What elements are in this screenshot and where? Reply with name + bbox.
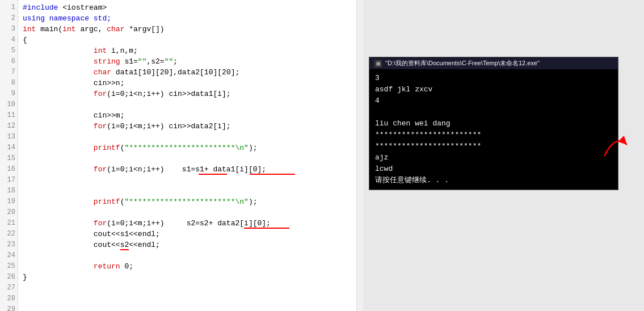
code-line-12: for(i=0;i<m;i++) cin>>data2[i]; bbox=[23, 121, 352, 132]
terminal-line-3: 4 bbox=[375, 95, 612, 107]
right-panel: ▣ "D:\我的资料库\Documents\C-Free\Temp\未命名12.… bbox=[363, 0, 644, 311]
terminal-line-8: ajz bbox=[375, 152, 612, 163]
code-line-9: for(i=0;i<n;i++) cin>>data1[i]; bbox=[23, 89, 352, 99]
code-line-24 bbox=[23, 250, 352, 261]
code-line-11: cin>>m; bbox=[23, 110, 352, 121]
code-content[interactable]: #include <iostream> using namespace std;… bbox=[18, 0, 356, 311]
code-line-10 bbox=[23, 99, 352, 110]
code-editor: 1 2 3 4 5 6 7 8 9 10 11 12 13 14 15 16 1… bbox=[0, 0, 363, 311]
terminal-line-4 bbox=[375, 107, 612, 118]
code-line-19: printf("************************\n"); bbox=[23, 196, 352, 207]
terminal-titlebar: ▣ "D:\我的资料库\Documents\C-Free\Temp\未命名12.… bbox=[369, 57, 618, 69]
editor-scrollbar[interactable] bbox=[356, 0, 363, 311]
terminal-line-10: 请按任意键继续. . . bbox=[375, 175, 612, 186]
terminal-line-7: ************************ bbox=[375, 141, 612, 152]
code-line-6: string s1="",s2=""; bbox=[23, 56, 352, 67]
code-line-13 bbox=[23, 132, 352, 142]
terminal-title: "D:\我的资料库\Documents\C-Free\Temp\未命名12.ex… bbox=[385, 59, 540, 68]
code-line-4: { bbox=[23, 35, 352, 45]
terminal-icon: ▣ bbox=[374, 60, 382, 68]
code-line-26: } bbox=[23, 272, 352, 283]
code-line-5: int i,n,m; bbox=[23, 45, 352, 56]
code-line-27 bbox=[23, 283, 352, 293]
terminal-line-5: liu chen wei dang bbox=[375, 118, 612, 129]
terminal-line-6: ************************ bbox=[375, 129, 612, 141]
terminal-line-1: 3 bbox=[375, 73, 612, 84]
terminal-body: 3 asdf jkl zxcv 4 liu chen wei dang ****… bbox=[369, 69, 618, 190]
code-line-25: return 0; bbox=[23, 261, 352, 272]
terminal-line-2: asdf jkl zxcv bbox=[375, 84, 612, 95]
code-line-16: for(i=0;i<n;i++) s1=s1+ data1[i][0]; bbox=[23, 164, 352, 175]
code-line-28 bbox=[23, 293, 352, 304]
code-line-23: cout<<s2<<endl; bbox=[23, 239, 352, 250]
code-line-1: #include <iostream> bbox=[23, 2, 352, 13]
code-line-18 bbox=[23, 186, 352, 196]
code-line-15 bbox=[23, 153, 352, 164]
code-line-29 bbox=[23, 304, 352, 311]
terminal-line-9: lcwd bbox=[375, 163, 612, 175]
code-line-8: cin>>n; bbox=[23, 78, 352, 89]
code-line-20 bbox=[23, 207, 352, 218]
code-line-3: int main(int argc, char *argv[]) bbox=[23, 24, 352, 35]
code-line-2: using namespace std; bbox=[23, 13, 352, 24]
code-line-21: for(i=0;i<m;i++) s2=s2+ data2[i][0]; bbox=[23, 218, 352, 229]
code-line-7: char data1[10][20],data2[10][20]; bbox=[23, 67, 352, 78]
code-line-14: printf("************************\n"); bbox=[23, 142, 352, 153]
line-numbers: 1 2 3 4 5 6 7 8 9 10 11 12 13 14 15 16 1… bbox=[0, 0, 18, 311]
code-line-17 bbox=[23, 175, 352, 186]
terminal-window: ▣ "D:\我的资料库\Documents\C-Free\Temp\未命名12.… bbox=[369, 57, 618, 190]
code-line-22: cout<<s1<<endl; bbox=[23, 229, 352, 239]
annotation-arrow bbox=[599, 128, 633, 162]
